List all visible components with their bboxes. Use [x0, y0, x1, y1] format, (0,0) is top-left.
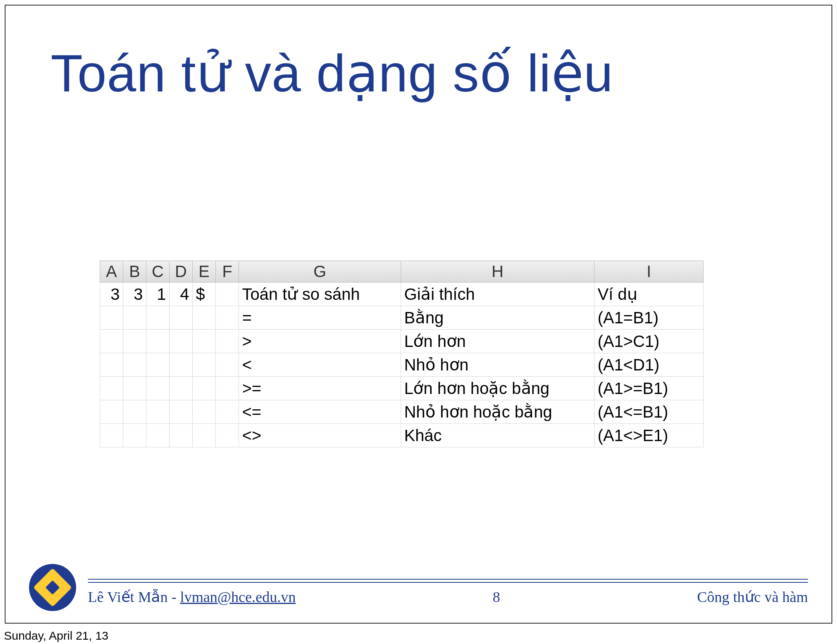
footer-author: Lê Viết Mẫn - lvman@hce.edu.vn — [88, 588, 296, 606]
cell — [146, 377, 170, 400]
cell — [146, 424, 170, 447]
cell: <> — [239, 424, 401, 447]
cell — [170, 306, 193, 330]
cell — [100, 377, 123, 400]
cell: Bằng — [401, 306, 594, 330]
cell — [170, 377, 193, 400]
cell: $ — [193, 283, 216, 306]
cell — [170, 424, 193, 447]
cell — [100, 353, 123, 377]
cell — [216, 400, 239, 424]
cell — [100, 400, 123, 424]
cell — [170, 400, 193, 424]
cell: Giải thích — [401, 283, 594, 306]
cell — [100, 306, 123, 330]
cell — [216, 330, 239, 353]
column-header-row: A B C D E F G H I — [100, 261, 704, 283]
cell — [123, 400, 146, 424]
slide-footer: Lê Viết Mẫn - lvman@hce.edu.vn 8 Công th… — [29, 560, 808, 611]
university-logo-icon — [29, 564, 76, 611]
cell — [146, 353, 170, 377]
logo-diamond-icon — [33, 568, 72, 607]
author-name: Lê Viết Mẫn - — [88, 589, 180, 605]
cell — [170, 353, 193, 377]
col-header-A: A — [100, 261, 123, 283]
cell — [100, 330, 123, 353]
cell — [170, 330, 193, 353]
cell — [146, 400, 170, 424]
cell — [193, 424, 216, 447]
cell: (A1<D1) — [594, 353, 704, 377]
table-row: 3 3 1 4 $ Toán tử so sánh Giải thích Ví … — [100, 283, 704, 306]
author-email-link[interactable]: lvman@hce.edu.vn — [180, 589, 296, 605]
slide-page: Toán tử và dạng số liệu A B C D E F G H … — [0, 0, 837, 628]
table-row: = Bằng (A1=B1) — [100, 306, 704, 330]
cell — [123, 330, 146, 353]
col-header-E: E — [193, 261, 216, 283]
cell: Nhỏ hơn — [401, 353, 594, 377]
slide-title: Toán tử và dạng số liệu — [51, 43, 613, 104]
spreadsheet-table: A B C D E F G H I 3 3 1 — [100, 261, 704, 447]
footer-text-row: Lê Viết Mẫn - lvman@hce.edu.vn 8 Công th… — [88, 588, 808, 606]
cell — [123, 306, 146, 330]
table-row: >= Lớn hơn hoặc bằng (A1>=B1) — [100, 377, 704, 400]
cell — [193, 377, 216, 400]
col-header-F: F — [216, 261, 239, 283]
footer-divider — [88, 579, 808, 580]
col-header-H: H — [401, 261, 594, 283]
cell: (A1>=B1) — [594, 377, 704, 400]
cell — [123, 424, 146, 447]
cell: <= — [239, 400, 401, 424]
cell: (A1<=B1) — [594, 400, 704, 424]
table-row: <> Khác (A1<>E1) — [100, 424, 704, 447]
cell — [216, 377, 239, 400]
spreadsheet-embed: A B C D E F G H I 3 3 1 — [100, 261, 704, 447]
col-header-C: C — [146, 261, 170, 283]
cell: (A1=B1) — [594, 306, 704, 330]
cell — [100, 424, 123, 447]
cell: (A1>C1) — [594, 330, 704, 353]
cell — [193, 400, 216, 424]
cell: = — [239, 306, 401, 330]
export-date-bar: Sunday, April 21, 13 — [0, 628, 837, 644]
cell: (A1<>E1) — [594, 424, 704, 447]
cell — [216, 283, 239, 306]
cell: Ví dụ — [594, 283, 704, 306]
cell: 4 — [170, 283, 193, 306]
logo-center-icon — [46, 580, 60, 595]
page-number: 8 — [493, 588, 500, 606]
cell — [193, 353, 216, 377]
col-header-D: D — [170, 261, 193, 283]
cell: 3 — [100, 283, 123, 306]
cell: Khác — [401, 424, 594, 447]
table-row: > Lớn hơn (A1>C1) — [100, 330, 704, 353]
cell — [216, 306, 239, 330]
cell — [216, 424, 239, 447]
col-header-G: G — [239, 261, 401, 283]
col-header-B: B — [123, 261, 146, 283]
cell — [193, 330, 216, 353]
cell: Lớn hơn — [401, 330, 594, 353]
cell: Lớn hơn hoặc bằng — [401, 377, 594, 400]
table-row: < Nhỏ hơn (A1<D1) — [100, 353, 704, 377]
col-header-I: I — [594, 261, 704, 283]
cell: < — [239, 353, 401, 377]
cell — [216, 353, 239, 377]
cell: Nhỏ hơn hoặc bằng — [401, 400, 594, 424]
footer-topic: Công thức và hàm — [697, 588, 808, 606]
table-row: <= Nhỏ hơn hoặc bằng (A1<=B1) — [100, 400, 704, 424]
cell: 1 — [146, 283, 170, 306]
cell — [146, 330, 170, 353]
cell: > — [239, 330, 401, 353]
cell — [146, 306, 170, 330]
cell: >= — [239, 377, 401, 400]
cell — [193, 306, 216, 330]
slide-border: Toán tử và dạng số liệu A B C D E F G H … — [5, 5, 832, 624]
cell — [123, 377, 146, 400]
footer-divider — [88, 582, 808, 583]
cell — [123, 353, 146, 377]
cell: 3 — [123, 283, 146, 306]
cell: Toán tử so sánh — [239, 283, 401, 306]
